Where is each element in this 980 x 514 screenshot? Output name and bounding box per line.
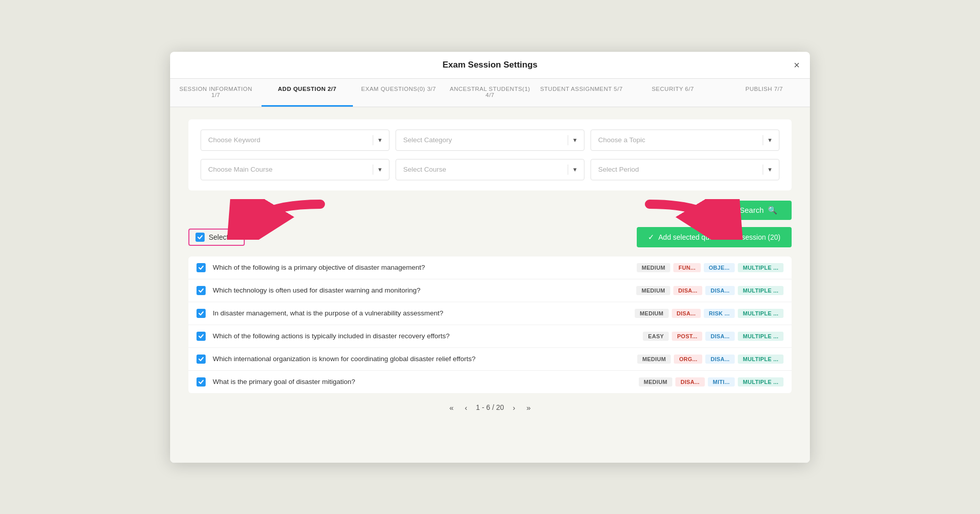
modal-body: Choose Keyword ▾ Select Category ▾ Choos… [170,107,810,463]
topic-dropdown[interactable]: Choose a Topic ▾ [591,130,779,151]
question-row: Which of the following actions is typica… [188,325,792,348]
filter-section: Choose Keyword ▾ Select Category ▾ Choos… [188,119,792,190]
question-checkbox[interactable] [197,263,206,272]
tab-session-information[interactable]: SESSION INFORMATION 1/7 [170,79,262,107]
question-tag: MEDIUM [635,309,668,318]
period-dropdown[interactable]: Select Period ▾ [591,159,779,180]
question-tag: DISA... [672,309,701,318]
question-tags: MEDIUMFUN...OBJE...MULTIPLE ... [637,263,783,272]
search-button-label: Search [739,206,764,214]
next-page-button[interactable]: › [510,402,518,413]
question-checkbox[interactable] [197,332,206,341]
question-text: Which of the following actions is typica… [213,332,636,340]
search-icon: 🔍 [768,206,777,215]
course-label: Select Course [403,166,563,173]
modal-header: Exam Session Settings × [170,52,810,79]
question-tag: MULTIPLE ... [738,286,783,295]
question-tag: DISA... [673,286,703,295]
question-tag: DISA... [705,286,735,295]
question-tag: MEDIUM [636,286,670,295]
add-session-label: Add selected questions to session (20) [659,233,780,241]
question-tag: DISA... [705,355,735,364]
question-checkbox[interactable] [197,309,206,318]
question-tag: MITI... [708,377,735,387]
divider [373,165,373,175]
actions-bar: Search 🔍 [188,201,792,220]
question-tag: MULTIPLE ... [738,355,783,364]
question-tag: FUN... [673,263,701,272]
question-checkbox[interactable] [197,355,206,364]
question-text: Which of the following is a primary obje… [213,264,630,271]
select-all-checkbox-container[interactable]: Select all [188,229,245,246]
keyword-dropdown[interactable]: Choose Keyword ▾ [201,130,389,151]
keyword-label: Choose Keyword [208,136,368,144]
category-arrow-icon: ▾ [573,136,577,144]
question-tags: MEDIUMORG...DISA...MULTIPLE ... [637,355,783,364]
prev-page-button[interactable]: ‹ [462,402,470,413]
question-list: Which of the following is a primary obje… [188,256,792,393]
course-dropdown[interactable]: Select Course ▾ [396,159,584,180]
tab-exam-questions[interactable]: EXAM QUESTIONS(0) 3/7 [353,79,444,107]
tab-publish[interactable]: PUBLISH 7/7 [718,79,810,107]
select-all-row: Select all ✓ Add selected questions to s… [188,227,792,247]
add-selected-questions-button[interactable]: ✓ Add selected questions to session (20) [637,227,792,247]
filter-row-2: Choose Main Course ▾ Select Course ▾ Sel… [201,159,779,180]
topic-arrow-icon: ▾ [768,136,772,144]
question-row: What is the primary goal of disaster mit… [188,371,792,393]
question-tags: EASYPOST...DISA...MULTIPLE ... [643,332,783,341]
modal-title: Exam Session Settings [442,60,537,70]
divider [373,135,373,145]
period-label: Select Period [598,166,758,173]
divider [568,165,568,175]
question-text: In disaster management, what is the purp… [213,309,628,317]
divider [763,135,763,145]
tab-bar: SESSION INFORMATION 1/7 ADD QUESTION 2/7… [170,79,810,107]
period-arrow-icon: ▾ [768,166,772,173]
main-course-arrow-icon: ▾ [378,166,382,173]
main-course-dropdown[interactable]: Choose Main Course ▾ [201,159,389,180]
question-tag: MEDIUM [637,263,670,272]
category-dropdown[interactable]: Select Category ▾ [396,130,584,151]
question-tag: ORG... [674,355,702,364]
question-checkbox[interactable] [197,286,206,295]
divider [763,165,763,175]
pagination: « ‹ 1 - 6 / 20 › » [188,393,792,416]
first-page-button[interactable]: « [447,402,456,413]
question-row: Which of the following is a primary obje… [188,256,792,279]
question-tag: MEDIUM [637,355,671,364]
main-course-label: Choose Main Course [208,166,368,173]
last-page-button[interactable]: » [524,402,533,413]
tab-add-question[interactable]: ADD QUESTION 2/7 [262,79,353,107]
question-text: Which international organization is know… [213,355,630,363]
question-tag: DISA... [705,332,735,341]
question-tag: EASY [643,332,669,341]
close-button[interactable]: × [794,59,800,71]
question-row: In disaster management, what is the purp… [188,302,792,325]
question-tags: MEDIUMDISA...MITI...MULTIPLE ... [639,377,783,387]
checkmark-icon: ✓ [648,233,655,242]
tab-ancestral-students[interactable]: ANCESTRAL STUDENTS(1) 4/7 [444,79,536,107]
question-tag: POST... [672,332,702,341]
question-tags: MEDIUMDISA...DISA...MULTIPLE ... [636,286,783,295]
question-tag: DISA... [675,377,705,387]
course-arrow-icon: ▾ [573,166,577,173]
question-row: Which international organization is know… [188,348,792,371]
question-tag: MULTIPLE ... [738,309,783,318]
question-text: What is the primary goal of disaster mit… [213,378,632,385]
select-all-checkbox[interactable] [195,233,205,242]
tab-student-assignment[interactable]: STUDENT ASSIGNMENT 5/7 [536,79,627,107]
question-tag: MULTIPLE ... [738,377,783,387]
question-tag: RISK ... [704,309,735,318]
question-tags: MEDIUMDISA...RISK ...MULTIPLE ... [635,309,783,318]
question-tag: MULTIPLE ... [738,263,783,272]
question-tag: OBJE... [704,263,735,272]
page-info: 1 - 6 / 20 [476,403,504,411]
select-all-section: Select all ✓ Add selected questions to s… [188,227,792,247]
topic-label: Choose a Topic [598,136,758,144]
tab-security[interactable]: SECURITY 6/7 [627,79,718,107]
question-checkbox[interactable] [197,377,206,387]
question-tag: MEDIUM [639,377,672,387]
search-button[interactable]: Search 🔍 [725,201,792,220]
divider [568,135,568,145]
select-all-label: Select all [209,233,238,241]
